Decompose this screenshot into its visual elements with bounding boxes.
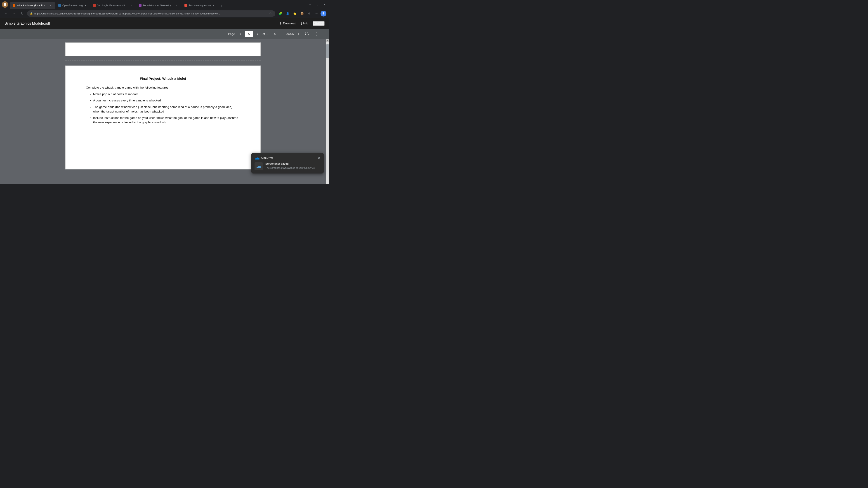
svg-point-1 <box>4 5 6 6</box>
notification-menu-button[interactable]: ··· <box>313 156 316 160</box>
scroll-thumb[interactable] <box>326 44 329 58</box>
notification-description: The screenshot was added to your OneDriv… <box>266 166 320 170</box>
bullet-item-4: Include instructions for the game so you… <box>93 116 240 125</box>
tab2-favicon <box>58 4 61 7</box>
page-number-input[interactable]: 5 <box>245 31 253 37</box>
tab-foundations-geometry[interactable]: Foundations of Geometry - 9780… ✕ <box>136 2 181 9</box>
download-icon: ⬇ <box>279 22 282 25</box>
bullet-item-1: Moles pop out of holes at random <box>93 92 240 96</box>
address-input[interactable]: 🔒 https://puc.instructure.com/courses/33… <box>27 10 275 17</box>
next-page-button[interactable]: › <box>254 31 260 37</box>
download-label: Download <box>283 22 296 25</box>
svg-point-0 <box>4 3 6 5</box>
pdf-title: Simple Graphics Module.pdf <box>4 22 279 26</box>
address-bar-container: ← → ↻ 🔒 https://puc.instructure.com/cour… <box>0 9 329 18</box>
pdf-page-top <box>65 42 260 56</box>
pdf-page-5: Final Project: Whack-a-Mole! Complete th… <box>65 66 260 169</box>
overflow-menu-button[interactable]: ⋯ <box>313 10 320 17</box>
minimize-button[interactable]: ─ <box>307 2 313 7</box>
info-icon: ℹ <box>301 22 302 25</box>
window-controls: ─ □ ✕ <box>307 2 327 7</box>
zoom-out-button[interactable]: − <box>279 31 285 37</box>
bullet-item-3: The game ends (the window can just close… <box>93 105 240 114</box>
close-window-button[interactable]: ✕ <box>322 2 327 7</box>
user-avatar[interactable]: B <box>320 11 327 17</box>
profile-menu-icon[interactable]: 👤 <box>284 10 291 17</box>
pdf-bullet-list: Moles pop out of holes at random A count… <box>86 92 240 125</box>
toolbar-separator <box>312 32 312 36</box>
info-label: Info <box>303 22 308 25</box>
onedrive-logo <box>254 156 259 160</box>
reload-button[interactable]: ↻ <box>19 10 25 17</box>
extensions-icon[interactable]: 🧩 <box>277 10 283 17</box>
profile-icon[interactable] <box>2 1 8 8</box>
tab-opengameart[interactable]: OpenGameArt.org ✕ <box>56 2 90 9</box>
tab2-label: OpenGameArt.org <box>62 4 83 7</box>
close-pdf-button[interactable]: ✕ Close <box>313 21 324 26</box>
zoom-controls: ↻ − ZOOM + ⋮ <box>272 31 319 37</box>
pdf-header: Simple Graphics Module.pdf ⬇ Download ℹ … <box>0 18 329 29</box>
right-border-separator <box>323 32 326 36</box>
tab2-close-button[interactable]: ✕ <box>84 4 87 7</box>
toolbar-icons: 🧩 👤 ⭐ 📦 ⚙ ⋯ B <box>277 10 327 17</box>
zoom-in-button[interactable]: + <box>296 31 302 37</box>
forward-button[interactable]: → <box>11 10 17 17</box>
tab3-close-button[interactable]: ✕ <box>129 4 133 7</box>
download-button[interactable]: ⬇ Download <box>279 22 296 25</box>
notification-text: Screenshot saved The screenshot was adde… <box>266 162 320 170</box>
page-label: Page <box>228 32 235 36</box>
tab5-close-button[interactable]: ✕ <box>212 4 215 7</box>
tab-post-question[interactable]: Post a new question ✕ <box>182 2 218 9</box>
tab5-favicon <box>184 4 187 7</box>
scroll-arrow-up[interactable]: ▲ <box>326 39 329 42</box>
page-navigation: Page ‹ 5 › of 5 <box>228 31 268 37</box>
more-tools-icon[interactable]: ⚙ <box>306 10 312 17</box>
tab-whack-a-mole[interactable]: Whack-a-Mole! (Final Project) ✕ <box>10 2 55 9</box>
scroll-track <box>326 42 329 184</box>
close-pdf-icon: ✕ <box>313 22 316 25</box>
tab4-label: Foundations of Geometry - 9780… <box>143 4 174 7</box>
address-text: https://puc.instructure.com/courses/3386… <box>34 12 268 15</box>
pdf-header-actions: ⬇ Download ℹ Info ✕ Close <box>279 21 324 26</box>
collections-icon[interactable]: 📦 <box>299 10 305 17</box>
restore-button[interactable]: □ <box>315 2 320 7</box>
bookmark-icon[interactable]: ☆ <box>268 11 273 16</box>
close-pdf-label: Close <box>317 22 324 25</box>
zoom-label: ZOOM <box>286 32 294 35</box>
pdf-page-title: Final Project: Whack-a-Mole! <box>86 76 240 80</box>
back-button[interactable]: ← <box>3 10 9 17</box>
notification-header: OneDrive ··· ✕ <box>254 156 320 160</box>
onedrive-notification: OneDrive ··· ✕ Screenshot saved The scre… <box>251 153 324 173</box>
fullscreen-button[interactable] <box>304 31 310 37</box>
page-separator <box>65 61 260 61</box>
notification-body: Screenshot saved The screenshot was adde… <box>254 162 320 170</box>
notification-close-button[interactable]: ✕ <box>318 156 320 160</box>
tab5-label: Post a new question <box>188 4 211 7</box>
info-button[interactable]: ℹ Info <box>301 22 308 25</box>
pdf-toolbar: Page ‹ 5 › of 5 ↻ − ZOOM + ⋮ <box>0 29 329 39</box>
previous-page-button[interactable]: ‹ <box>237 31 243 37</box>
pdf-page-intro: Complete the whack-a-mole game with the … <box>86 86 240 89</box>
tab-angle-measure[interactable]: 3.4: Angle Measure and the Pro… ✕ <box>90 2 135 9</box>
fit-page-button[interactable]: ↻ <box>272 31 278 37</box>
total-pages-label: of 5 <box>262 32 268 36</box>
vertical-scrollbar[interactable]: ▲ ▼ <box>326 39 329 184</box>
toolbar-more-button[interactable]: ⋮ <box>314 31 319 37</box>
tab3-label: 3.4: Angle Measure and the Pro… <box>97 4 128 7</box>
notification-title: Screenshot saved <box>266 162 320 165</box>
new-tab-button[interactable]: + <box>219 3 225 9</box>
notification-cloud-icon <box>254 162 263 170</box>
bullet-item-2: A counter increases every time a mole is… <box>93 98 240 103</box>
favorites-icon[interactable]: ⭐ <box>291 10 298 17</box>
tab1-label: Whack-a-Mole! (Final Project) <box>17 4 48 7</box>
tab3-favicon <box>93 4 96 7</box>
tab4-favicon <box>139 4 142 7</box>
tab1-close-button[interactable]: ✕ <box>49 4 53 7</box>
tab4-close-button[interactable]: ✕ <box>175 4 179 7</box>
tab1-favicon <box>13 4 16 7</box>
notif-app-name: OneDrive <box>261 156 313 160</box>
tab-bar: Whack-a-Mole! (Final Project) ✕ OpenGame… <box>10 0 306 9</box>
